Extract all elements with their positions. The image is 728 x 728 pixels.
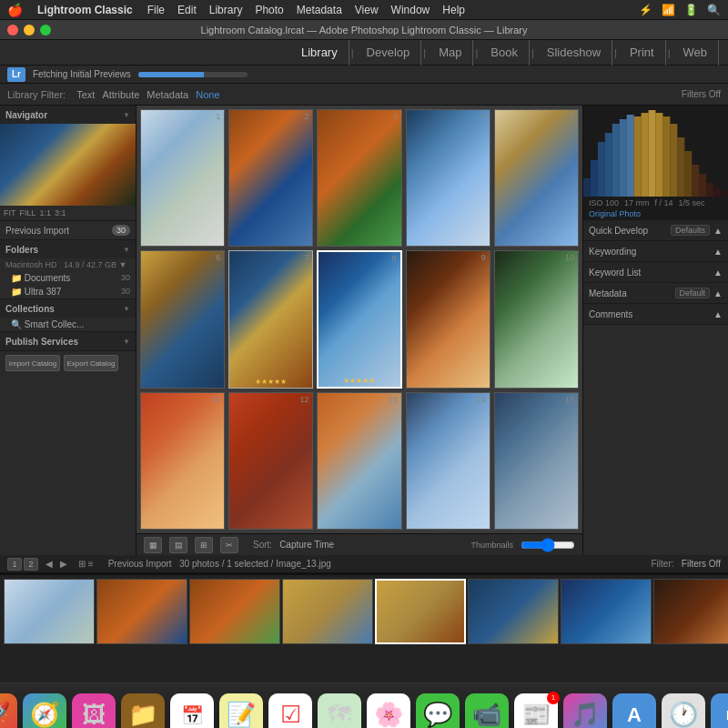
menu-file[interactable]: File (147, 4, 165, 16)
module-web[interactable]: Web (672, 40, 720, 66)
module-book[interactable]: Book (480, 40, 530, 66)
grid-view-btn[interactable]: ▦ (144, 537, 162, 553)
filmstrip-thumb-4[interactable] (282, 579, 373, 644)
collections-title: Collections (5, 304, 55, 314)
photo-cell-10[interactable]: 10 (494, 250, 579, 388)
filter-metadata[interactable]: Metadata (147, 89, 188, 100)
photo-cell-1[interactable]: 1 (140, 109, 225, 247)
filmstrip-thumb-1[interactable] (4, 579, 95, 644)
nav-prev-btn[interactable]: ◀ (46, 559, 53, 569)
export-catalog-btn[interactable]: Export Catalog (64, 355, 118, 371)
photo-cell-12[interactable]: 12 (228, 392, 313, 530)
module-develop[interactable]: Develop (356, 40, 422, 66)
dock-safari[interactable]: 🧭 (23, 693, 66, 729)
loading-text: Fetching Initial Previews (33, 69, 131, 79)
menu-help[interactable]: Help (442, 4, 465, 16)
quick-develop-defaults[interactable]: Defaults (671, 225, 710, 236)
menu-library[interactable]: Library (209, 4, 243, 16)
dock-facetime[interactable]: 📹 (465, 693, 509, 729)
metadata-header[interactable]: Metadata Default ▲ (583, 283, 728, 303)
apple-menu[interactable]: 🍎 (7, 3, 23, 17)
zoom-1-1[interactable]: 1:1 (40, 208, 52, 217)
keyword-list-header[interactable]: Keyword List ▲ (583, 262, 728, 282)
minimize-button[interactable] (24, 25, 35, 35)
dock-calendar[interactable]: 📅 (170, 693, 214, 729)
keywording-header[interactable]: Keywording ▲ (583, 241, 728, 261)
filter-none[interactable]: None (196, 89, 219, 100)
import-catalog-btn[interactable]: Import Catalog (5, 355, 60, 371)
photo-cell-8[interactable]: 8 ★★★★★ (317, 250, 401, 388)
dock-reminders[interactable]: ☑ (268, 693, 312, 729)
photo-cell-4[interactable]: 4 (406, 109, 490, 247)
filter-attribute[interactable]: Attribute (102, 89, 139, 100)
dock-lightroom[interactable]: Lr (711, 693, 728, 729)
sort-value[interactable]: Capture Time (279, 540, 334, 550)
cell-number-3: 3 (393, 112, 398, 121)
filmstrip-thumb-7[interactable] (561, 579, 652, 644)
loupe-view-btn[interactable]: ▤ (169, 537, 187, 553)
photo-cell-9[interactable]: 9 (406, 250, 490, 388)
photo-cell-2[interactable]: 2 (228, 109, 313, 247)
prev-import-row[interactable]: Previous Import 30 (0, 221, 136, 239)
dock-news[interactable]: 📰 1 (514, 693, 558, 729)
photo-cell-15[interactable]: 15 (494, 392, 579, 530)
photo-cell-13[interactable]: 13 (317, 392, 401, 530)
zoom-3-1[interactable]: 3:1 (55, 208, 66, 217)
zoom-fill[interactable]: FILL (20, 208, 36, 217)
maximize-button[interactable] (40, 25, 51, 35)
module-map[interactable]: Map (428, 40, 473, 66)
photo-cell-5[interactable]: 5 (494, 109, 579, 247)
dock-notes[interactable]: 📝 (219, 693, 263, 729)
smart-collection[interactable]: 🔍 Smart Collec... (0, 318, 136, 331)
photo-cell-14[interactable]: 14 (406, 392, 490, 530)
module-slideshow[interactable]: Slideshow (536, 40, 612, 66)
navigator-header[interactable]: Navigator ▼ (0, 106, 136, 124)
filmstrip-thumb-inner-4 (283, 580, 372, 643)
filmstrip-thumb-2[interactable] (96, 579, 187, 644)
publish-services-header[interactable]: Publish Services ▼ (0, 332, 136, 350)
page-2-btn[interactable]: 2 (24, 558, 38, 571)
quick-develop-header[interactable]: Quick Develop Defaults ▲ (583, 220, 728, 240)
dock-appstore[interactable]: A (612, 693, 656, 729)
photo-cell-6[interactable]: 6 (140, 250, 225, 388)
dock-messages[interactable]: 💬 (416, 693, 460, 729)
menu-window[interactable]: Window (391, 4, 430, 16)
folder-ultra[interactable]: 📁 Ultra 387 30 (0, 285, 136, 298)
keyword-list-section: Keyword List ▲ (583, 262, 728, 283)
metadata-defaults[interactable]: Default (675, 288, 711, 298)
zoom-fit[interactable]: FIT (4, 208, 16, 217)
nav-next-btn[interactable]: ▶ (60, 559, 67, 569)
menu-edit[interactable]: Edit (177, 4, 197, 16)
dock-maps[interactable]: 🗺 (318, 693, 361, 729)
collections-header[interactable]: Collections ▼ (0, 299, 136, 318)
page-1-btn[interactable]: 1 (7, 558, 22, 571)
comments-header[interactable]: Comments ▲ (583, 304, 728, 324)
filter-text[interactable]: Text (76, 89, 95, 100)
menu-metadata[interactable]: Metadata (297, 4, 342, 16)
folder-documents-name: 📁 Documents (11, 273, 70, 283)
menu-view[interactable]: View (355, 4, 379, 16)
dock-photos[interactable]: 🌸 (367, 693, 410, 729)
folders-header[interactable]: Folders ▼ (0, 240, 136, 258)
module-print[interactable]: Print (619, 40, 666, 66)
compare-btn[interactable]: ⊞ (195, 537, 213, 553)
dock-itunes[interactable]: 🎵 (563, 693, 607, 729)
menu-photo[interactable]: Photo (255, 4, 283, 16)
dock-clock[interactable]: 🕐 (662, 693, 705, 729)
filmstrip-thumb-8[interactable] (653, 579, 728, 644)
thumbnail-size-slider[interactable] (521, 541, 575, 550)
filmstrip-thumb-6[interactable] (468, 579, 559, 644)
dock-launchpad[interactable]: 🚀 (0, 693, 17, 729)
dock-photos-img[interactable]: 🖼 (72, 693, 116, 729)
filmstrip-thumb-5[interactable] (375, 579, 466, 644)
module-library[interactable]: Library (290, 40, 349, 66)
dock-folder[interactable]: 📁 (121, 693, 165, 729)
close-button[interactable] (7, 25, 18, 35)
survey-btn[interactable]: ✂ (220, 537, 238, 553)
keywording-arrow: ▲ (713, 247, 723, 257)
folder-documents[interactable]: 📁 Documents 30 (0, 271, 136, 285)
photo-cell-11[interactable]: 11 (140, 392, 225, 530)
photo-cell-7[interactable]: 7 ★★★★★ (228, 250, 313, 388)
photo-cell-3[interactable]: 3 (317, 109, 401, 247)
filmstrip-thumb-3[interactable] (189, 579, 280, 644)
